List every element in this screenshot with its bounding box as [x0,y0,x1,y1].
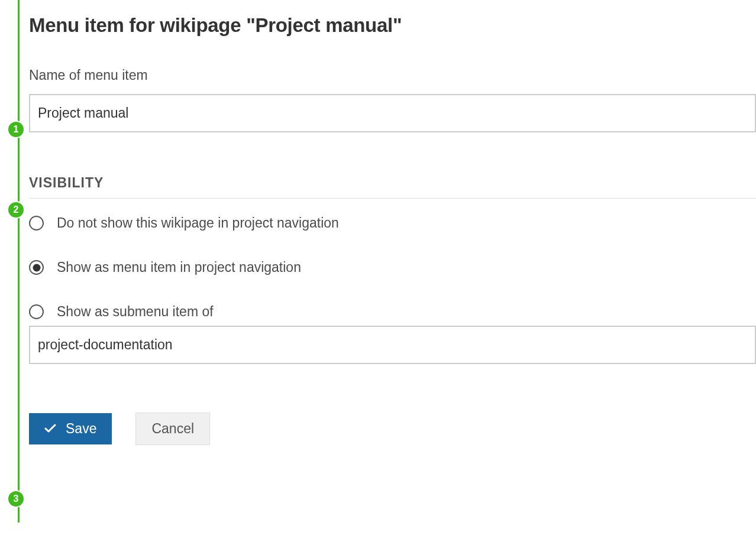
radio-icon[interactable] [29,260,44,275]
cancel-button[interactable]: Cancel [135,413,210,445]
radio-label-menu-item: Show as menu item in project navigation [57,259,301,275]
save-button-label: Save [66,421,96,437]
page-title: Menu item for wikipage "Project manual" [29,14,756,37]
annotation-marker-1: 1 [7,121,25,138]
submenu-parent-input[interactable] [29,326,756,364]
radio-icon[interactable] [29,216,44,231]
radio-label-submenu: Show as submenu item of [57,304,214,320]
name-field-label: Name of menu item [29,67,756,83]
annotation-marker-2: 2 [7,201,25,219]
save-button[interactable]: Save [29,413,112,444]
visibility-heading: VISIBILITY [29,175,756,199]
name-input[interactable] [29,94,756,132]
radio-row-submenu[interactable]: Show as submenu item of [29,304,756,320]
radio-row-hide[interactable]: Do not show this wikipage in project nav… [29,215,756,231]
annotation-marker-3: 3 [7,490,25,508]
radio-icon[interactable] [29,304,44,319]
radio-row-menu-item[interactable]: Show as menu item in project navigation [29,259,756,275]
annotation-highlight-bar [18,0,20,522]
cancel-button-label: Cancel [151,421,194,437]
radio-label-hide: Do not show this wikipage in project nav… [57,215,339,231]
visibility-radio-group: Do not show this wikipage in project nav… [29,215,756,364]
check-icon [44,421,56,437]
